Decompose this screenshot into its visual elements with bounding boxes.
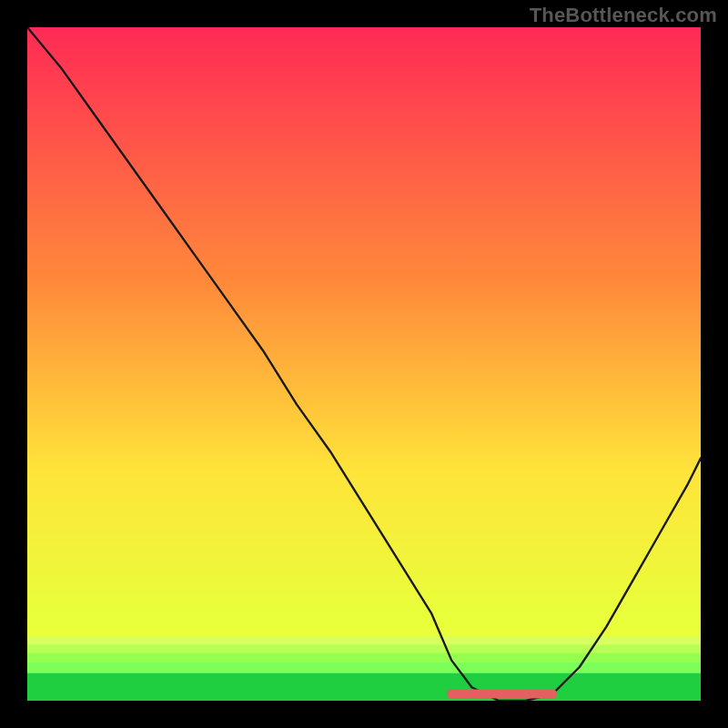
svg-rect-3 bbox=[27, 652, 701, 662]
optimal-region-start bbox=[447, 690, 456, 699]
svg-rect-2 bbox=[27, 645, 701, 653]
optimal-region-end bbox=[548, 690, 557, 699]
plot-area bbox=[27, 27, 701, 701]
svg-rect-5 bbox=[27, 673, 701, 701]
chart-svg bbox=[27, 27, 701, 701]
svg-rect-0 bbox=[27, 27, 701, 701]
svg-rect-4 bbox=[27, 662, 701, 673]
chart-container: TheBottleneck.com bbox=[0, 0, 728, 728]
watermark-text: TheBottleneck.com bbox=[530, 4, 717, 27]
